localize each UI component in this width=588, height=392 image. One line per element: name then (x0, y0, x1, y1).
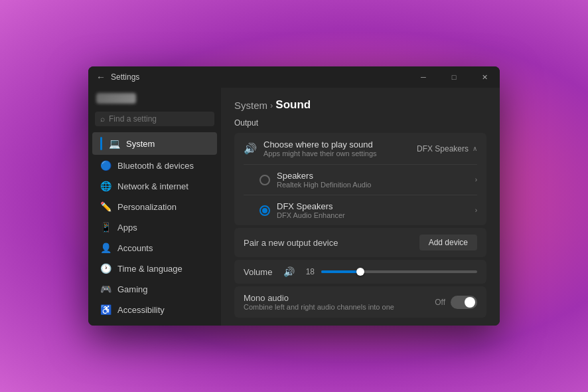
choose-device-title: Choose where to play sound (263, 140, 410, 149)
sidebar-item-label-system: System (126, 139, 155, 149)
sidebar-item-apps[interactable]: 📱Apps (92, 217, 217, 237)
volume-value: 18 (301, 267, 315, 276)
speakers-name: Speakers (277, 171, 469, 181)
volume-row: Volume 🔊 18 (234, 260, 486, 284)
accounts-icon: 👤 (100, 243, 111, 253)
dfx-radio[interactable] (259, 205, 270, 216)
minimize-button[interactable]: ─ (408, 66, 439, 88)
volume-thumb[interactable] (356, 268, 364, 276)
volume-label: Volume (244, 267, 277, 277)
mono-audio-sub: Combine left and right audio channels in… (244, 303, 428, 311)
speaker-icon: 🔊 (244, 142, 257, 155)
sidebar-item-gaming[interactable]: 🎮Gaming (92, 279, 217, 299)
dfx-sub: DFX Audio Enhancer (277, 211, 469, 219)
maximize-button[interactable]: □ (439, 66, 469, 88)
output-section-label: Output (234, 118, 486, 128)
toggle-thumb (465, 297, 475, 308)
dfx-name: DFX Speakers (277, 201, 469, 211)
network-icon: 🌐 (100, 181, 111, 191)
sidebar-item-label-gaming: Gaming (117, 284, 148, 294)
system-icon: 💻 (109, 138, 119, 149)
sidebar-item-label-accounts: Accounts (117, 243, 153, 253)
choose-device-sub: Apps might have their own settings (263, 149, 410, 157)
bluetooth-icon: 🔵 (100, 160, 111, 171)
breadcrumb: System › Sound (234, 98, 486, 112)
add-device-button[interactable]: Add device (419, 235, 477, 250)
accessibility-icon: ♿ (100, 304, 111, 315)
sidebar-item-label-time: Time & language (117, 264, 183, 274)
breadcrumb-separator: › (270, 100, 273, 110)
sidebar-item-network[interactable]: 🌐Network & internet (92, 176, 217, 196)
search-icon: ⌕ (100, 114, 105, 124)
gaming-icon: 🎮 (100, 284, 111, 294)
speakers-chevron-icon: › (475, 176, 477, 183)
current-device-label: DFX Speakers (417, 144, 469, 153)
mono-state-label: Off (435, 298, 445, 307)
speakers-option[interactable]: Speakers Realtek High Definition Audio › (234, 165, 486, 195)
sidebar-item-accounts[interactable]: 👤Accounts (92, 238, 217, 258)
radio-selected-dot (262, 208, 267, 213)
breadcrumb-current: Sound (275, 98, 311, 112)
main-panel: System › Sound Output 🔊 Choose where to … (221, 88, 500, 326)
chevron-up-icon: ∧ (473, 145, 477, 152)
dfx-chevron-icon: › (475, 207, 477, 214)
back-button[interactable]: ← (96, 72, 106, 82)
output-device-card: 🔊 Choose where to play sound Apps might … (234, 133, 486, 225)
sidebar-item-bluetooth[interactable]: 🔵Bluetooth & devices (92, 155, 217, 175)
sidebar-item-accessibility[interactable]: ♿Accessibility (92, 300, 217, 320)
mono-audio-row: Mono audio Combine left and right audio … (234, 286, 486, 318)
search-box[interactable]: ⌕ (95, 112, 214, 126)
sidebar-item-label-network: Network & internet (117, 181, 188, 191)
sidebar-item-label-apps: Apps (117, 223, 137, 233)
sidebar-item-time[interactable]: 🕐Time & language (92, 258, 217, 278)
sidebar-item-personalization[interactable]: ✏️Personalization (92, 197, 217, 217)
breadcrumb-parent[interactable]: System (234, 100, 267, 111)
time-icon: 🕐 (100, 263, 111, 274)
choose-device-header[interactable]: 🔊 Choose where to play sound Apps might … (234, 133, 486, 164)
search-input[interactable] (109, 114, 209, 124)
nav-list: 💻System🔵Bluetooth & devices🌐Network & in… (88, 132, 221, 320)
sidebar-item-label-personalization: Personalization (117, 202, 177, 212)
apps-icon: 📱 (100, 222, 111, 233)
pair-device-label: Pair a new output device (244, 238, 419, 248)
settings-window: ← Settings ─ □ ✕ ⌕ 💻System🔵Bluetooth & d… (88, 66, 500, 326)
dfx-speakers-option[interactable]: DFX Speakers DFX Audio Enhancer › (234, 195, 486, 225)
volume-slider[interactable] (321, 270, 477, 273)
speakers-sub: Realtek High Definition Audio (277, 181, 469, 189)
window-controls: ─ □ ✕ (408, 66, 500, 88)
personalization-icon: ✏️ (100, 201, 111, 212)
window-content: ⌕ 💻System🔵Bluetooth & devices🌐Network & … (88, 88, 500, 326)
avatar (96, 93, 136, 104)
close-button[interactable]: ✕ (469, 66, 500, 88)
mono-audio-title: Mono audio (244, 293, 428, 303)
volume-icon: 🔊 (283, 266, 295, 277)
sidebar-item-label-accessibility: Accessibility (117, 305, 165, 315)
volume-fill (321, 270, 360, 273)
sidebar-item-system[interactable]: 💻System (92, 132, 217, 155)
pair-device-row: Pair a new output device Add device (234, 228, 486, 257)
sidebar-item-label-bluetooth: Bluetooth & devices (117, 161, 194, 171)
speakers-radio[interactable] (259, 175, 270, 185)
sidebar: ⌕ 💻System🔵Bluetooth & devices🌐Network & … (88, 88, 221, 326)
mono-audio-toggle[interactable] (451, 296, 477, 309)
titlebar: ← Settings ─ □ ✕ (88, 66, 500, 88)
active-indicator (100, 137, 102, 150)
